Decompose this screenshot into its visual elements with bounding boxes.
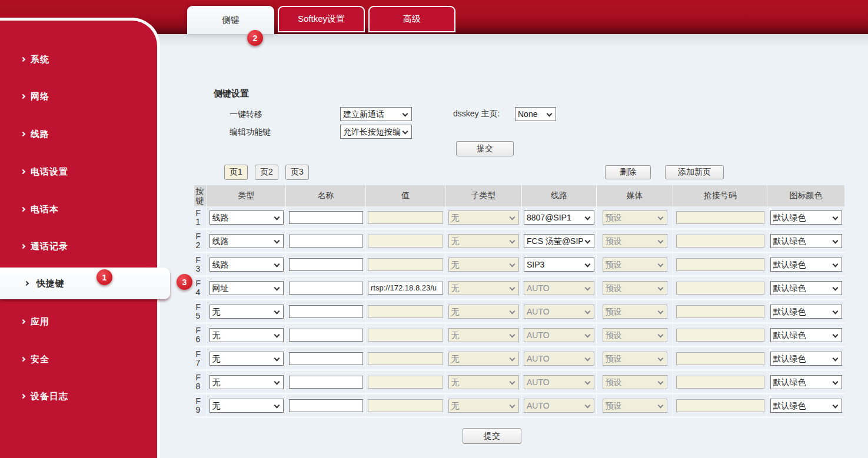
chevron-right-icon xyxy=(21,132,25,136)
icon-color-select[interactable]: 默认绿色 xyxy=(770,375,842,389)
chevron-down-icon xyxy=(509,379,515,385)
tab-3[interactable]: 高级 xyxy=(368,6,455,32)
type-select[interactable]: 线路 xyxy=(209,234,284,248)
tab-2[interactable]: Softkey设置 xyxy=(278,6,365,32)
icon-color-select[interactable]: 默认绿色 xyxy=(770,234,842,248)
sidebar-item-2[interactable]: 网络 xyxy=(0,89,157,104)
table-header-cell: 名称 xyxy=(286,185,366,206)
name-input[interactable] xyxy=(289,235,363,248)
key-label: F7 xyxy=(196,350,205,367)
table-cell xyxy=(286,230,366,252)
line-select[interactable]: 8807@SIP1 xyxy=(524,210,594,225)
table-cell: 默认绿色 xyxy=(767,206,844,228)
chevron-down-icon xyxy=(509,238,515,243)
sidebar-item-1[interactable]: 系统 xyxy=(0,52,157,67)
media-select-wrap: 预设 xyxy=(603,210,667,225)
type-select[interactable]: 线路 xyxy=(209,258,284,272)
pickup-number-input xyxy=(676,352,764,365)
chevron-down-icon xyxy=(585,355,591,361)
line-select-wrap: AUTO xyxy=(524,328,594,342)
add-page-button[interactable]: 添加新页 xyxy=(665,165,724,179)
line-select[interactable]: SIP3 xyxy=(524,258,594,272)
name-input[interactable] xyxy=(289,305,363,318)
table-cell: 线路 xyxy=(207,230,286,252)
value-input xyxy=(368,329,443,342)
media-select: 预设 xyxy=(603,375,667,389)
line-select[interactable]: FCS 汤莹@SIP xyxy=(524,234,594,248)
step-badge-3: 3 xyxy=(177,274,192,290)
table-header-row: 按键类型名称值子类型线路媒体抢接号码图标颜色 xyxy=(194,185,844,206)
type-select[interactable]: 线路 xyxy=(209,210,284,225)
name-input[interactable] xyxy=(289,329,363,342)
type-select-wrap: 无 xyxy=(209,305,284,319)
type-select-wrap: 无 xyxy=(209,328,284,342)
sidebar-item-8[interactable]: 应用 xyxy=(0,314,157,329)
name-input[interactable] xyxy=(289,258,363,271)
chevron-down-icon xyxy=(509,355,515,361)
step-badge-2: 2 xyxy=(247,30,263,46)
media-select-wrap: 预设 xyxy=(603,305,667,319)
icon-color-select[interactable]: 默认绿色 xyxy=(770,258,842,272)
dsskey-home-select[interactable]: None xyxy=(515,107,556,121)
media-select-wrap: 预设 xyxy=(603,328,667,342)
page-tabs: 页1页2页3 xyxy=(224,165,309,180)
edit-function-key-select[interactable]: 允许长按短按编辑 xyxy=(340,125,412,139)
value-input[interactable] xyxy=(368,282,443,295)
table-cell: FCS 汤莹@SIP xyxy=(522,230,597,252)
media-select-wrap: 预设 xyxy=(603,258,667,272)
icon-color-select-wrap: 默认绿色 xyxy=(770,375,842,389)
type-select[interactable]: 无 xyxy=(209,399,284,413)
icon-color-select-wrap: 默认绿色 xyxy=(770,399,842,413)
type-select[interactable]: 无 xyxy=(209,352,284,366)
name-input[interactable] xyxy=(289,211,363,224)
chevron-down-icon xyxy=(657,332,663,337)
submit-button-bottom[interactable]: 提交 xyxy=(463,428,521,444)
icon-color-select[interactable]: 默认绿色 xyxy=(770,328,842,342)
one-key-transfer-select[interactable]: 建立新通话 xyxy=(340,107,412,121)
table-row: F9无无AUTO预设默认绿色 xyxy=(194,395,844,418)
table-cell: 预设 xyxy=(597,371,673,393)
sidebar-item-10[interactable]: 设备日志 xyxy=(0,389,157,404)
subtype-select: 无 xyxy=(448,399,519,413)
icon-color-select[interactable]: 默认绿色 xyxy=(770,399,842,413)
delete-page-button[interactable]: 删除 xyxy=(605,165,651,179)
type-select[interactable]: 网址 xyxy=(209,281,284,295)
sidebar-item-label: 设备日志 xyxy=(31,391,68,402)
type-select[interactable]: 无 xyxy=(209,375,284,389)
table-cell: 无 xyxy=(445,230,522,252)
table-header-cell: 值 xyxy=(366,185,445,206)
name-input[interactable] xyxy=(289,399,363,412)
type-select[interactable]: 无 xyxy=(209,305,284,319)
type-select[interactable]: 无 xyxy=(209,328,284,342)
icon-color-select[interactable]: 默认绿色 xyxy=(770,352,842,366)
chevron-down-icon xyxy=(657,214,663,220)
sidebar-item-6[interactable]: 通话记录 xyxy=(0,239,157,254)
name-input[interactable] xyxy=(289,376,363,389)
page-tab-2[interactable]: 页2 xyxy=(255,165,278,180)
table-row: F5无无AUTO预设默认绿色 xyxy=(194,300,844,324)
pickup-number-input xyxy=(676,258,764,271)
page-tab-3[interactable]: 页3 xyxy=(285,165,309,180)
icon-color-select[interactable]: 默认绿色 xyxy=(770,305,842,319)
sidebar-item-7[interactable]: 快捷键1 xyxy=(0,268,170,299)
submit-button-top[interactable]: 提交 xyxy=(456,141,514,156)
table-cell: 无 xyxy=(445,371,522,393)
tab-1[interactable]: 侧键 xyxy=(187,6,274,34)
page-tab-1[interactable]: 页1 xyxy=(224,165,248,180)
name-input[interactable] xyxy=(289,352,363,365)
table-row: F3线路无SIP3预设默认绿色 xyxy=(194,253,844,277)
icon-color-select[interactable]: 默认绿色 xyxy=(770,210,842,225)
table-cell xyxy=(366,230,445,252)
sidebar-item-4[interactable]: 电话设置 xyxy=(0,164,157,179)
name-input[interactable] xyxy=(289,282,363,295)
chevron-down-icon xyxy=(585,285,591,290)
type-select-wrap: 线路 xyxy=(209,210,284,225)
sidebar-item-3[interactable]: 线路 xyxy=(0,126,157,142)
icon-color-select[interactable]: 默认绿色 xyxy=(770,281,842,295)
sidebar-item-9[interactable]: 安全 xyxy=(0,352,157,367)
icon-color-select-wrap: 默认绿色 xyxy=(770,305,842,319)
table-cell xyxy=(673,371,767,393)
line-select: AUTO xyxy=(524,352,594,366)
line-select-wrap: AUTO xyxy=(524,305,594,319)
sidebar-item-5[interactable]: 电话本 xyxy=(0,202,157,217)
